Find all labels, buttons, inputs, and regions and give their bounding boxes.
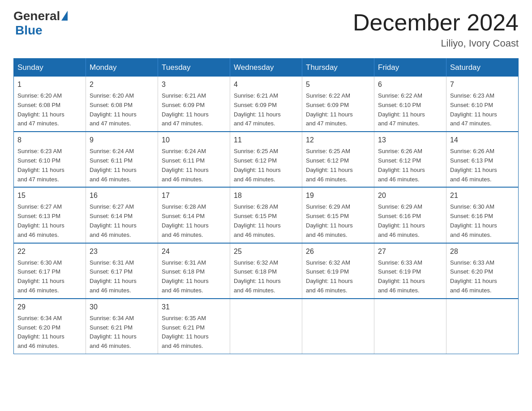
calendar-day-cell — [446, 299, 519, 354]
day-number: 26 — [306, 246, 370, 257]
calendar-day-cell — [374, 299, 446, 354]
calendar-day-cell: 20 Sunrise: 6:29 AMSunset: 6:16 PMDaylig… — [374, 187, 446, 243]
day-info: Sunrise: 6:25 AMSunset: 6:12 PMDaylight:… — [306, 148, 353, 182]
title-section: December 2024 Liliyo, Ivory Coast — [353, 9, 519, 49]
day-number: 17 — [162, 190, 226, 201]
calendar-week-row: 29 Sunrise: 6:34 AMSunset: 6:20 PMDaylig… — [14, 299, 519, 354]
calendar-day-cell: 23 Sunrise: 6:31 AMSunset: 6:17 PMDaylig… — [86, 243, 158, 299]
calendar-day-cell: 27 Sunrise: 6:33 AMSunset: 6:19 PMDaylig… — [374, 243, 446, 299]
day-info: Sunrise: 6:21 AMSunset: 6:09 PMDaylight:… — [234, 92, 281, 127]
calendar-subtitle: Liliyo, Ivory Coast — [353, 38, 519, 49]
day-number: 16 — [90, 190, 154, 201]
day-number: 9 — [90, 135, 154, 146]
calendar-day-header: Saturday — [446, 59, 519, 77]
calendar-title: December 2024 — [353, 9, 519, 36]
calendar-day-cell: 18 Sunrise: 6:28 AMSunset: 6:15 PMDaylig… — [230, 187, 302, 243]
day-number: 10 — [162, 135, 226, 146]
calendar-table: SundayMondayTuesdayWednesdayThursdayFrid… — [13, 58, 519, 354]
day-number: 6 — [378, 79, 442, 90]
calendar-day-cell: 9 Sunrise: 6:24 AMSunset: 6:11 PMDayligh… — [86, 132, 158, 187]
calendar-day-cell: 10 Sunrise: 6:24 AMSunset: 6:11 PMDaylig… — [158, 132, 230, 187]
day-number: 3 — [162, 79, 226, 90]
day-info: Sunrise: 6:30 AMSunset: 6:16 PMDaylight:… — [450, 203, 497, 238]
calendar-day-cell: 17 Sunrise: 6:28 AMSunset: 6:14 PMDaylig… — [158, 187, 230, 243]
day-number: 2 — [90, 79, 154, 90]
page-header: General Blue December 2024 Liliyo, Ivory… — [13, 9, 519, 49]
calendar-day-cell: 24 Sunrise: 6:31 AMSunset: 6:18 PMDaylig… — [158, 243, 230, 299]
day-info: Sunrise: 6:24 AMSunset: 6:11 PMDaylight:… — [90, 148, 137, 182]
day-info: Sunrise: 6:25 AMSunset: 6:12 PMDaylight:… — [234, 148, 281, 182]
logo-general-text: General — [13, 9, 60, 23]
calendar-day-cell: 28 Sunrise: 6:33 AMSunset: 6:20 PMDaylig… — [446, 243, 519, 299]
day-info: Sunrise: 6:30 AMSunset: 6:17 PMDaylight:… — [17, 259, 64, 294]
calendar-day-cell: 14 Sunrise: 6:26 AMSunset: 6:13 PMDaylig… — [446, 132, 519, 187]
day-number: 30 — [90, 302, 154, 313]
calendar-day-cell: 15 Sunrise: 6:27 AMSunset: 6:13 PMDaylig… — [14, 187, 86, 243]
day-info: Sunrise: 6:27 AMSunset: 6:13 PMDaylight:… — [17, 203, 64, 238]
calendar-week-row: 22 Sunrise: 6:30 AMSunset: 6:17 PMDaylig… — [14, 243, 519, 299]
day-info: Sunrise: 6:20 AMSunset: 6:08 PMDaylight:… — [90, 92, 137, 127]
calendar-header-row: SundayMondayTuesdayWednesdayThursdayFrid… — [14, 59, 519, 77]
day-info: Sunrise: 6:24 AMSunset: 6:11 PMDaylight:… — [162, 148, 209, 182]
day-info: Sunrise: 6:33 AMSunset: 6:20 PMDaylight:… — [450, 259, 497, 294]
day-number: 22 — [17, 246, 82, 257]
calendar-week-row: 15 Sunrise: 6:27 AMSunset: 6:13 PMDaylig… — [14, 187, 519, 243]
day-info: Sunrise: 6:35 AMSunset: 6:21 PMDaylight:… — [162, 315, 209, 349]
day-info: Sunrise: 6:29 AMSunset: 6:15 PMDaylight:… — [306, 203, 353, 238]
calendar-day-header: Thursday — [302, 59, 374, 77]
day-info: Sunrise: 6:32 AMSunset: 6:19 PMDaylight:… — [306, 259, 353, 294]
day-info: Sunrise: 6:33 AMSunset: 6:19 PMDaylight:… — [378, 259, 425, 294]
day-info: Sunrise: 6:21 AMSunset: 6:09 PMDaylight:… — [162, 92, 209, 127]
day-number: 27 — [378, 246, 442, 257]
day-info: Sunrise: 6:23 AMSunset: 6:10 PMDaylight:… — [17, 148, 64, 182]
day-number: 21 — [450, 190, 515, 201]
calendar-day-cell: 26 Sunrise: 6:32 AMSunset: 6:19 PMDaylig… — [302, 243, 374, 299]
day-number: 12 — [306, 135, 370, 146]
calendar-day-cell: 16 Sunrise: 6:27 AMSunset: 6:14 PMDaylig… — [86, 187, 158, 243]
day-number: 7 — [450, 79, 515, 90]
calendar-day-cell: 21 Sunrise: 6:30 AMSunset: 6:16 PMDaylig… — [446, 187, 519, 243]
calendar-day-header: Tuesday — [158, 59, 230, 77]
calendar-day-cell — [230, 299, 302, 354]
calendar-day-cell: 12 Sunrise: 6:25 AMSunset: 6:12 PMDaylig… — [302, 132, 374, 187]
calendar-day-cell: 8 Sunrise: 6:23 AMSunset: 6:10 PMDayligh… — [14, 132, 86, 187]
calendar-day-cell: 11 Sunrise: 6:25 AMSunset: 6:12 PMDaylig… — [230, 132, 302, 187]
calendar-day-header: Friday — [374, 59, 446, 77]
logo-blue-text: Blue — [15, 23, 43, 38]
calendar-day-cell: 29 Sunrise: 6:34 AMSunset: 6:20 PMDaylig… — [14, 299, 86, 354]
logo: General Blue — [13, 9, 68, 38]
day-number: 15 — [17, 190, 82, 201]
day-info: Sunrise: 6:20 AMSunset: 6:08 PMDaylight:… — [17, 92, 64, 127]
calendar-day-cell: 25 Sunrise: 6:32 AMSunset: 6:18 PMDaylig… — [230, 243, 302, 299]
day-number: 31 — [162, 302, 226, 313]
day-number: 11 — [234, 135, 298, 146]
logo-triangle-icon — [61, 11, 68, 21]
calendar-day-cell — [302, 299, 374, 354]
day-info: Sunrise: 6:34 AMSunset: 6:20 PMDaylight:… — [17, 315, 64, 349]
calendar-day-cell: 13 Sunrise: 6:26 AMSunset: 6:12 PMDaylig… — [374, 132, 446, 187]
day-number: 4 — [234, 79, 298, 90]
day-number: 20 — [378, 190, 442, 201]
calendar-day-cell: 2 Sunrise: 6:20 AMSunset: 6:08 PMDayligh… — [86, 77, 158, 132]
day-info: Sunrise: 6:22 AMSunset: 6:10 PMDaylight:… — [378, 92, 425, 127]
day-info: Sunrise: 6:23 AMSunset: 6:10 PMDaylight:… — [450, 92, 497, 127]
calendar-day-cell: 22 Sunrise: 6:30 AMSunset: 6:17 PMDaylig… — [14, 243, 86, 299]
day-number: 14 — [450, 135, 515, 146]
calendar-day-cell: 1 Sunrise: 6:20 AMSunset: 6:08 PMDayligh… — [14, 77, 86, 132]
day-info: Sunrise: 6:28 AMSunset: 6:14 PMDaylight:… — [162, 203, 209, 238]
calendar-day-cell: 5 Sunrise: 6:22 AMSunset: 6:09 PMDayligh… — [302, 77, 374, 132]
day-number: 28 — [450, 246, 515, 257]
day-info: Sunrise: 6:31 AMSunset: 6:17 PMDaylight:… — [90, 259, 137, 294]
calendar-week-row: 8 Sunrise: 6:23 AMSunset: 6:10 PMDayligh… — [14, 132, 519, 187]
day-number: 25 — [234, 246, 298, 257]
day-number: 23 — [90, 246, 154, 257]
calendar-day-header: Wednesday — [230, 59, 302, 77]
day-info: Sunrise: 6:22 AMSunset: 6:09 PMDaylight:… — [306, 92, 353, 127]
calendar-week-row: 1 Sunrise: 6:20 AMSunset: 6:08 PMDayligh… — [14, 77, 519, 132]
calendar-day-cell: 31 Sunrise: 6:35 AMSunset: 6:21 PMDaylig… — [158, 299, 230, 354]
calendar-day-header: Sunday — [14, 59, 86, 77]
day-number: 13 — [378, 135, 442, 146]
day-number: 5 — [306, 79, 370, 90]
day-number: 24 — [162, 246, 226, 257]
calendar-day-header: Monday — [86, 59, 158, 77]
